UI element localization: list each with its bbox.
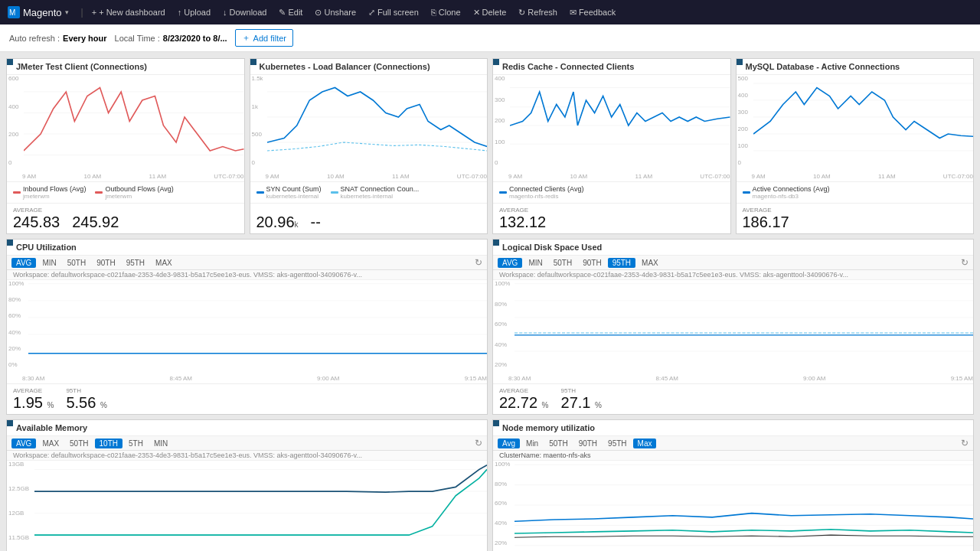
legend-item-syn: SYN Count (Sum)kubernetes-internal: [256, 185, 322, 200]
download-btn[interactable]: ↓ Download: [219, 6, 270, 18]
workspace-disk: Workspace: defaultworkspace-c021faae-235…: [493, 270, 973, 280]
legend-color-snat: [331, 191, 338, 194]
chart-cpu: 100% 80% 60% 40% 20% 0% 8:30 AM8:45 AM: [7, 280, 487, 383]
tab-90th-cpu[interactable]: 90TH: [92, 258, 119, 268]
y-axis-memory: 13GB 12.5GB 12GB 11.5GB 11GB: [8, 461, 29, 551]
panel-title-disk: Logical Disk Space Used: [502, 243, 602, 252]
panel-title-cpu: CPU Utilization: [16, 243, 77, 252]
add-filter-label: Add filter: [253, 34, 286, 43]
tab-avg-node[interactable]: Avg: [498, 439, 520, 448]
tab-50th-disk[interactable]: 50TH: [549, 258, 577, 268]
auto-refresh[interactable]: Auto refresh : Every hour: [9, 34, 107, 43]
tab-50th-cpu[interactable]: 50TH: [63, 258, 90, 268]
panel-title-node-memory: Node memory utilizatio: [502, 423, 595, 432]
delete-btn[interactable]: ✕ Delete: [469, 6, 511, 19]
tab-min-disk[interactable]: MIN: [524, 258, 547, 268]
panel-kubernetes: Kubernetes - Load Balancer (Connections)…: [250, 58, 488, 234]
chart-jmeter: 600 400 200 0 9 AM10 AM11 AMUTC-07:00: [7, 75, 244, 181]
brand-chevron[interactable]: ▾: [65, 8, 69, 16]
tab-max-memory[interactable]: MAX: [38, 439, 64, 448]
tab-avg-disk[interactable]: AVG: [498, 258, 522, 268]
tab-min-cpu[interactable]: MIN: [38, 258, 60, 268]
panel-header-redis: Redis Cache - Connected Clients: [493, 59, 730, 75]
tab-avg-memory[interactable]: AVG: [11, 439, 36, 448]
y-axis-jmeter: 600 400 200 0: [8, 75, 18, 166]
row-connections: JMeter Test Client (Connections) 600 400…: [6, 58, 974, 234]
legend-redis: Connected Clients (Avg)magento-nfs-redis: [493, 181, 730, 203]
tab-avg-cpu[interactable]: AVG: [11, 258, 36, 268]
fullscreen-btn[interactable]: ⤢ Full screen: [364, 6, 423, 19]
y-axis-cpu: 100% 80% 60% 40% 20% 0%: [8, 280, 24, 368]
legend-color-outbound: [95, 191, 103, 194]
x-axis-cpu: 8:30 AM8:45 AM9:00 AM9:15 AM: [22, 375, 487, 382]
tab-max-node[interactable]: Max: [633, 439, 657, 448]
auto-refresh-value: Every hour: [63, 34, 106, 43]
chart-redis: 400 300 200 100 0 9 AM10 AM11 AMUTC-07:0…: [493, 75, 730, 181]
refresh-btn[interactable]: ↻ Refresh: [514, 6, 561, 19]
tab-90th-disk[interactable]: 90TH: [578, 258, 606, 268]
tabs-cpu: AVG MIN 50TH 90TH 95TH MAX ↻: [7, 256, 487, 270]
top-navigation: M Magento ▾ | ++ New dashboard ↑ Upload …: [0, 0, 980, 24]
unshare-btn[interactable]: ⊙ Unshare: [311, 6, 360, 19]
tab-50th-node[interactable]: 50TH: [544, 439, 572, 448]
panel-corner: [7, 59, 13, 65]
refresh-icon-node[interactable]: ↻: [961, 438, 969, 448]
time-range[interactable]: Local Time : 8/23/2020 to 8/...: [115, 34, 227, 43]
brand-logo[interactable]: M Magento ▾: [8, 6, 69, 18]
y-axis-kubernetes: 1.5k 1k 500 0: [252, 75, 263, 166]
legend-item-snat: SNAT Connection Coun...kubernetes-intern…: [331, 185, 420, 200]
x-axis-disk: 8:30 AM8:45 AM9:00 AM9:15 AM: [508, 375, 973, 382]
stats-cpu: AVERAGE 1.95 % 95TH 5.56 %: [7, 383, 487, 414]
panel-title-kubernetes: Kubernetes - Load Balancer (Connections): [260, 62, 430, 71]
tab-max-disk[interactable]: MAX: [637, 258, 663, 268]
edit-btn[interactable]: ✎ Edit: [275, 6, 306, 19]
tab-min-node[interactable]: Min: [521, 439, 543, 448]
legend-kubernetes: SYN Count (Sum)kubernetes-internal SNAT …: [250, 181, 488, 203]
panel-node-memory: Node memory utilizatio Avg Min 50TH 90TH…: [492, 419, 974, 551]
chart-kubernetes: 1.5k 1k 500 0 9 AM10 AM11 AMUTC-07:00: [250, 75, 488, 181]
stat-avg-cpu: AVERAGE 1.95 %: [13, 387, 54, 411]
stats-mysql: AVERAGE 186.17: [737, 203, 974, 233]
cluster-label-node: ClusterName: maento-nfs-aks: [493, 451, 973, 461]
refresh-icon-disk[interactable]: ↻: [961, 257, 969, 268]
y-axis-node: 100% 80% 60% 40% 20% 0%: [495, 461, 510, 551]
panel-header-disk: Logical Disk Space Used: [493, 240, 973, 256]
stat-avg-mysql: AVERAGE 186.17: [743, 207, 789, 230]
clone-btn[interactable]: ⎘ Clone: [427, 6, 465, 18]
row-memory: Available Memory AVG MAX 50TH 10TH 5TH M…: [6, 419, 974, 551]
panel-title-memory: Available Memory: [16, 423, 87, 432]
refresh-icon-memory[interactable]: ↻: [475, 438, 482, 448]
tab-95th-cpu[interactable]: 95TH: [122, 258, 149, 268]
tab-5th-memory[interactable]: 5TH: [124, 439, 148, 448]
add-filter-icon: ＋: [242, 32, 250, 44]
tab-50th-memory[interactable]: 50TH: [65, 439, 93, 448]
stat-95th-disk: 95TH 27.1 %: [561, 387, 602, 411]
tab-10th-memory[interactable]: 10TH: [95, 439, 122, 448]
time-label: Local Time :: [115, 34, 160, 43]
stat-avg-jmeter: AVERAGE 245.83: [13, 207, 60, 230]
add-filter-btn[interactable]: ＋ Add filter: [235, 29, 293, 47]
panel-header-jmeter: JMeter Test Client (Connections): [7, 59, 244, 75]
panel-title-jmeter: JMeter Test Client (Connections): [16, 62, 147, 71]
tabs-disk: AVG MIN 50TH 90TH 95TH MAX ↻: [493, 256, 973, 270]
tab-95th-node[interactable]: 95TH: [603, 439, 631, 448]
panel-corner: [250, 59, 256, 65]
refresh-icon-cpu[interactable]: ↻: [475, 257, 482, 268]
tab-90th-node[interactable]: 90TH: [574, 439, 602, 448]
panel-jmeter: JMeter Test Client (Connections) 600 400…: [6, 58, 245, 234]
stats-disk: AVERAGE 22.72 % 95TH 27.1 %: [493, 383, 973, 414]
panel-cpu: CPU Utilization AVG MIN 50TH 90TH 95TH M…: [6, 239, 488, 415]
feedback-btn[interactable]: ✉ Feedback: [566, 6, 619, 19]
legend-item-clients: Connected Clients (Avg)magento-nfs-redis: [499, 185, 583, 200]
tab-max-cpu[interactable]: MAX: [151, 258, 177, 268]
tab-min-memory[interactable]: MIN: [149, 439, 172, 448]
panel-title-redis: Redis Cache - Connected Clients: [502, 62, 634, 71]
panel-corner: [493, 240, 499, 246]
auto-refresh-label: Auto refresh :: [9, 34, 60, 43]
new-dashboard-btn[interactable]: ++ New dashboard: [88, 6, 169, 18]
stat-out-jmeter: 245.92: [72, 207, 119, 230]
upload-btn[interactable]: ↑ Upload: [174, 6, 214, 18]
tab-95th-disk[interactable]: 95TH: [608, 258, 635, 268]
panel-redis: Redis Cache - Connected Clients 400 300 …: [492, 58, 731, 234]
panel-disk: Logical Disk Space Used AVG MIN 50TH 90T…: [492, 239, 974, 415]
